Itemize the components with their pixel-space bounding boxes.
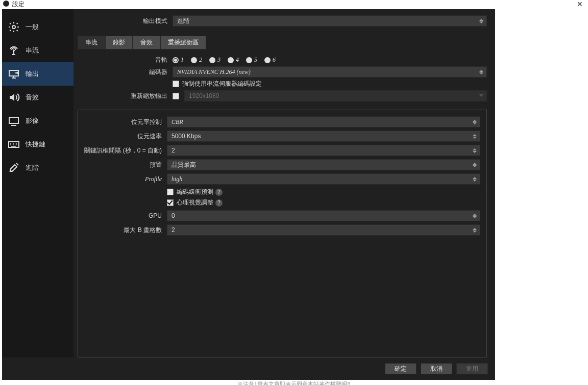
updown-icon [479,16,485,25]
monitor-output-icon [6,66,21,82]
profile-select[interactable]: high [167,173,480,185]
sidebar-item-label: 影像 [26,116,39,125]
audio-track-2[interactable]: 2 [191,56,202,64]
profile-label: Profile [80,175,167,183]
sidebar-item-label: 進階 [26,163,39,172]
profile-value: high [172,175,182,183]
sidebar-item-label: 輸出 [26,69,39,79]
updown-icon [473,225,479,235]
audio-track-3[interactable]: 3 [209,56,220,64]
encoder-select[interactable]: NVIDIA NVENC H.264 (new) [173,66,487,78]
tab-streaming[interactable]: 串流 [78,36,105,49]
page-watermark: ※注意! 發表文章即表示同意本站著作權聲明!! [0,380,588,385]
encoder-value: NVIDIA NVENC H.264 (new) [177,68,251,76]
keyframe-label: 關鍵訊框間隔 (秒，0 = 自動) [80,146,167,155]
output-mode-select[interactable]: 進階 [173,15,487,27]
help-icon[interactable]: ? [215,189,223,196]
gpu-input[interactable]: 0 [167,210,480,221]
gpu-label: GPU [80,212,167,219]
footer: 確定 取消 套用 [2,357,495,380]
output-mode-value: 進階 [177,17,189,25]
output-mode-label: 輸出模式 [78,17,173,25]
gpu-value: 0 [172,212,175,219]
sidebar-item-audio[interactable]: 音效 [2,86,74,109]
bitrate-value: 5000 Kbps [172,133,201,140]
output-tabs: 串流 錄影 音效 重播緩衝區 [78,36,487,49]
updown-icon [473,211,479,220]
updown-icon [473,174,479,184]
encoder-label: 編碼器 [78,68,173,76]
lookahead-label: 編碼緩衝預測 [177,188,213,196]
audio-track-6[interactable]: 6 [264,56,276,64]
cancel-button[interactable]: 取消 [421,363,452,374]
updown-icon [473,132,479,141]
bframes-input[interactable]: 2 [167,224,480,236]
sidebar-item-video[interactable]: 影像 [2,109,74,133]
ok-button[interactable]: 確定 [385,363,416,374]
psycho-label: 心理視覺調整 [177,198,213,207]
tools-icon [6,160,21,175]
close-button[interactable]: ✕ [577,0,583,8]
tab-audio[interactable]: 音效 [133,36,160,49]
enforce-checkbox[interactable] [173,81,179,87]
bitrate-input[interactable]: 5000 Kbps [167,131,480,142]
sidebar-item-stream[interactable]: 串流 [2,39,74,62]
enforce-label: 強制使用串流伺服器編碼設定 [182,80,262,88]
sidebar-item-advanced[interactable]: 進階 [2,156,74,179]
display-icon [6,113,21,129]
titlebar: 設定 ✕ [0,0,588,9]
lookahead-checkbox[interactable] [167,189,174,195]
keyframe-input[interactable]: 2 [167,145,480,156]
audio-track-1[interactable]: 1 [173,56,184,64]
encoder-settings-panel: 位元率控制 CBR 位元速率 5000 Kbps 關鍵訊框間隔 (秒，0 = 自… [78,110,487,357]
sidebar-item-label: 一般 [26,22,39,32]
rescale-checkbox[interactable] [173,93,179,99]
app-icon [3,1,9,7]
sidebar-item-hotkeys[interactable]: 快捷鍵 [2,133,74,156]
psycho-checkbox[interactable] [167,199,174,206]
tab-recording[interactable]: 錄影 [105,36,133,49]
content-pane: 輸出模式 進階 串流 錄影 音效 重播緩衝區 音軌 1 2 3 [74,9,495,357]
gear-icon [6,19,21,35]
apply-button[interactable]: 套用 [456,363,488,374]
sidebar-item-label: 串流 [26,46,39,55]
sidebar-item-label: 音效 [26,93,39,102]
updown-icon [473,146,479,155]
sidebar-item-output[interactable]: 輸出 [2,62,74,86]
preset-label: 預置 [80,161,167,169]
keyframe-value: 2 [172,147,175,154]
preset-value: 品質最高 [172,161,196,169]
updown-icon [473,160,479,169]
rate-control-value: CBR [172,118,183,126]
rate-control-label: 位元率控制 [80,118,167,126]
sidebar-item-general[interactable]: 一般 [2,15,74,39]
svg-point-0 [12,25,15,29]
tab-replaybuffer[interactable]: 重播緩衝區 [160,36,206,49]
help-icon[interactable]: ? [215,199,223,207]
rate-control-select[interactable]: CBR [167,116,480,127]
broadcast-icon [6,43,21,58]
bframes-label: 最大 B 畫格數 [80,226,167,235]
audio-track-5[interactable]: 5 [246,56,257,64]
audio-track-4[interactable]: 4 [228,56,239,64]
sidebar: 一般 串流 輸出 音效 [2,9,74,357]
audio-track-label: 音軌 [78,56,173,64]
sidebar-item-label: 快捷鍵 [26,140,45,149]
bitrate-label: 位元速率 [80,132,167,141]
bframes-value: 2 [172,226,175,234]
rescale-select[interactable]: 1920x1080 [184,90,487,101]
chevron-down-icon [479,94,483,97]
window-title: 設定 [12,0,24,9]
svg-rect-3 [9,117,18,123]
rescale-value: 1920x1080 [189,92,219,99]
updown-icon [473,117,479,126]
preset-select[interactable]: 品質最高 [167,159,480,170]
speaker-icon [6,90,21,105]
rescale-label: 重新縮放輸出 [78,92,173,100]
audio-track-group: 1 2 3 4 5 6 [173,56,276,64]
updown-icon [479,67,485,76]
keyboard-icon [6,137,21,152]
